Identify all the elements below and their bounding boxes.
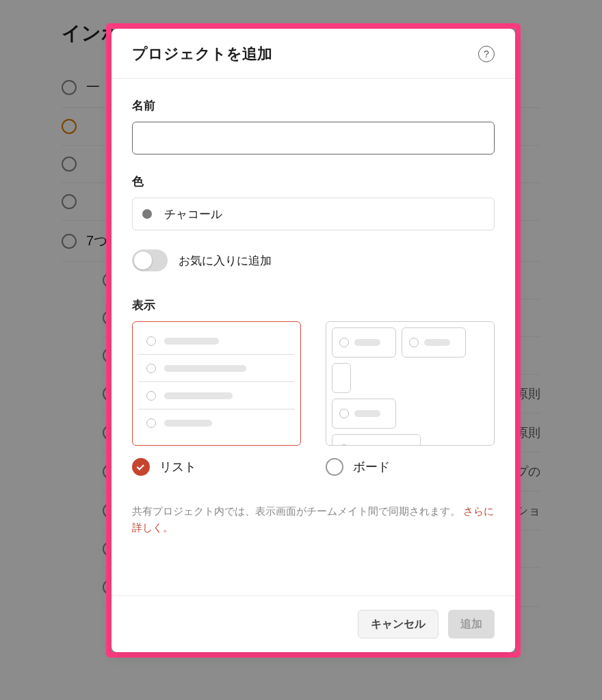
color-dot-icon xyxy=(142,209,152,219)
sync-hint: 共有プロジェクト内では、表示画面がチームメイト間で同期されます。 さらに詳しく。 xyxy=(132,503,495,536)
color-label: 色 xyxy=(132,174,495,189)
view-label: 表示 xyxy=(132,297,495,313)
modal-body: 名前 色 チャコール お気に入りに追加 表示 xyxy=(112,79,515,595)
view-list-label: リスト xyxy=(159,459,196,475)
project-name-input[interactable] xyxy=(132,122,495,154)
modal-header: プロジェクトを追加 ? xyxy=(112,29,515,79)
radio-board-icon xyxy=(326,458,343,476)
list-preview xyxy=(132,321,301,446)
board-preview xyxy=(326,321,495,446)
add-project-modal: プロジェクトを追加 ? 名前 色 チャコール お気に入りに追加 表示 xyxy=(112,29,515,652)
name-label: 名前 xyxy=(132,98,495,113)
modal-title: プロジェクトを追加 xyxy=(132,44,272,64)
view-board-label: ボード xyxy=(353,459,390,475)
favorite-label: お気に入りに追加 xyxy=(179,253,272,269)
favorite-toggle[interactable] xyxy=(132,250,168,271)
submit-button[interactable]: 追加 xyxy=(448,610,495,638)
view-option-board[interactable]: ボード xyxy=(326,321,495,476)
view-option-list[interactable]: リスト xyxy=(132,321,301,476)
radio-list-icon xyxy=(132,458,150,476)
cancel-button[interactable]: キャンセル xyxy=(358,610,439,638)
toggle-knob xyxy=(134,252,152,269)
color-value: チャコール xyxy=(164,206,222,222)
modal-footer: キャンセル 追加 xyxy=(112,595,515,652)
color-select[interactable]: チャコール xyxy=(132,198,495,230)
help-icon[interactable]: ? xyxy=(478,46,495,62)
